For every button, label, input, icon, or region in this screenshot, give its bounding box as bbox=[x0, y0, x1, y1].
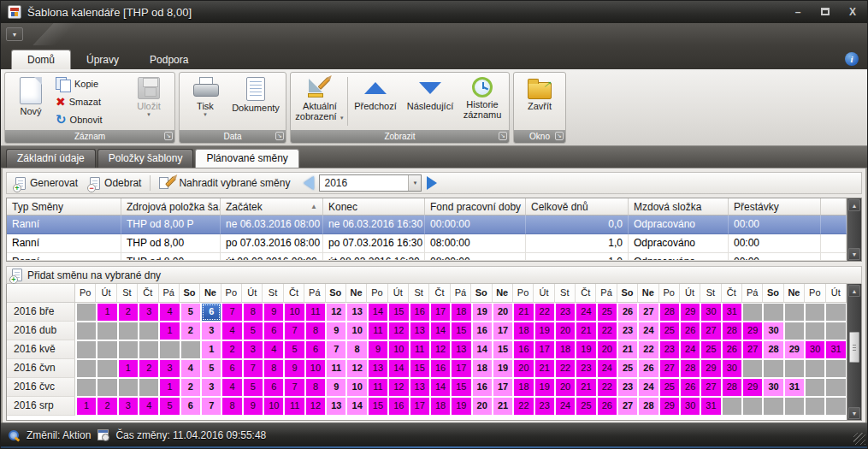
calendar-day-cell[interactable]: 15 bbox=[452, 379, 470, 396]
calendar-day-cell[interactable]: 25 bbox=[598, 304, 617, 321]
calendar-day-cell[interactable]: 29 bbox=[743, 379, 762, 396]
documents-button[interactable]: Dokumenty bbox=[228, 74, 283, 128]
print-button[interactable]: Tisk ▼ bbox=[182, 74, 228, 128]
calendar-day-cell[interactable]: 17 bbox=[452, 360, 470, 377]
remove-button[interactable]: − Odebrat bbox=[86, 175, 145, 192]
close-window-button[interactable]: → Zavřít bbox=[517, 74, 563, 128]
calendar-day-cell[interactable]: 20 bbox=[493, 304, 512, 321]
grid-column-header[interactable]: Konec bbox=[323, 198, 425, 216]
calendar-day-cell[interactable]: 25 bbox=[660, 322, 679, 340]
calendar-day-cell[interactable]: 20 bbox=[556, 379, 575, 396]
calendar-day-cell[interactable]: 12 bbox=[431, 341, 450, 358]
calendar-day-cell[interactable]: 27 bbox=[639, 304, 658, 321]
new-button[interactable]: Nový bbox=[8, 74, 54, 128]
calendar-day-cell[interactable]: 10 bbox=[285, 304, 304, 321]
calendar-day-cell[interactable]: 31 bbox=[701, 398, 720, 415]
calendar-day-cell[interactable]: 18 bbox=[452, 304, 470, 321]
calendar-day-cell[interactable]: 17 bbox=[535, 341, 554, 358]
dialog-launcher-icon[interactable]: ↘ bbox=[275, 132, 284, 140]
weekday-header-cell[interactable]: Út bbox=[242, 284, 263, 303]
calendar-day-cell[interactable]: 5 bbox=[202, 360, 221, 377]
calendar-day-cell[interactable]: 19 bbox=[473, 304, 492, 321]
calendar-day-cell[interactable]: 14 bbox=[431, 322, 450, 340]
calendar-day-cell[interactable]: 6 bbox=[306, 341, 325, 358]
calendar-day-cell[interactable]: 4 bbox=[139, 398, 158, 415]
scroll-down-icon[interactable]: ▼ bbox=[848, 248, 860, 260]
next-year-button[interactable] bbox=[427, 176, 437, 190]
weekday-header-cell[interactable]: Pá bbox=[159, 284, 180, 303]
delete-button[interactable]: ✖ Smazat bbox=[54, 93, 126, 110]
calendar-day-cell[interactable]: 6 bbox=[264, 379, 283, 396]
calendar-day-cell[interactable]: 18 bbox=[473, 360, 492, 377]
calendar-day-cell[interactable]: 24 bbox=[639, 379, 658, 396]
calendar-day-cell[interactable]: 12 bbox=[327, 304, 345, 321]
grid-column-header[interactable]: Fond pracovní doby bbox=[425, 198, 526, 216]
calendar-day-cell[interactable]: 16 bbox=[431, 360, 450, 377]
calendar-day-cell[interactable]: 1 bbox=[160, 379, 179, 396]
calendar-day-cell[interactable]: 3 bbox=[244, 341, 263, 358]
calendar-day-cell[interactable]: 15 bbox=[410, 360, 429, 377]
calendar-day-cell[interactable]: 18 bbox=[431, 398, 450, 415]
calendar-day-cell[interactable]: 29 bbox=[660, 398, 679, 415]
calendar-day-cell[interactable]: 1 bbox=[77, 398, 96, 415]
calendar-day-cell[interactable]: 7 bbox=[244, 360, 263, 377]
calendar-day-cell[interactable]: 9 bbox=[327, 322, 345, 340]
calendar-day-cell[interactable]: 9 bbox=[264, 304, 283, 321]
calendar-day-cell[interactable]: 12 bbox=[389, 379, 408, 396]
grid-vertical-scrollbar[interactable]: ▲ ▼ bbox=[847, 198, 861, 261]
calendar-day-cell[interactable]: 15 bbox=[389, 304, 408, 321]
calendar-day-cell[interactable]: 1 bbox=[202, 341, 221, 358]
weekday-header-cell[interactable]: So bbox=[471, 284, 492, 303]
weekday-header-cell[interactable]: Pá bbox=[596, 284, 617, 303]
grid-column-header[interactable]: Mzdová složka bbox=[629, 198, 729, 216]
calendar-day-cell[interactable]: 4 bbox=[222, 322, 241, 340]
calendar-day-cell[interactable]: 1 bbox=[119, 360, 138, 377]
weekday-header-cell[interactable]: St bbox=[263, 284, 283, 303]
calendar-day-cell[interactable]: 21 bbox=[514, 304, 533, 321]
resize-grip[interactable] bbox=[853, 433, 865, 445]
calendar-day-cell[interactable]: 20 bbox=[473, 398, 492, 415]
calendar-day-cell[interactable]: 24 bbox=[598, 360, 617, 377]
refresh-button[interactable]: ↻ Obnovit bbox=[54, 111, 126, 128]
record-history-button[interactable]: Historie záznamu bbox=[458, 74, 506, 128]
calendar-day-cell[interactable]: 8 bbox=[222, 398, 241, 415]
calendar-day-cell[interactable]: 14 bbox=[347, 398, 366, 415]
calendar-day-cell[interactable]: 8 bbox=[306, 322, 325, 340]
weekday-header-cell[interactable]: Út bbox=[680, 284, 700, 303]
calendar-day-cell[interactable]: 22 bbox=[598, 322, 617, 340]
grid-column-header[interactable]: Přestávky bbox=[729, 198, 821, 216]
calendar-day-cell[interactable]: 1 bbox=[160, 322, 179, 340]
calendar-day-cell[interactable]: 27 bbox=[701, 379, 720, 396]
calendar-day-cell[interactable]: 2 bbox=[181, 379, 200, 396]
calendar-day-cell[interactable]: 2 bbox=[139, 360, 158, 377]
calendar-day-cell[interactable]: 3 bbox=[139, 304, 158, 321]
calendar-day-cell[interactable]: 28 bbox=[764, 341, 782, 358]
maximize-button[interactable] bbox=[818, 6, 833, 18]
calendar-day-cell[interactable]: 6 bbox=[264, 322, 283, 340]
weekday-header-cell[interactable]: So bbox=[763, 284, 783, 303]
calendar-day-cell[interactable]: 4 bbox=[264, 341, 283, 358]
calendar-day-cell[interactable]: 28 bbox=[660, 304, 679, 321]
calendar-day-cell[interactable]: 17 bbox=[493, 379, 512, 396]
weekday-header-cell[interactable]: Po bbox=[805, 284, 825, 303]
shift-table-row[interactable]: RanníTHP od 8,00 Pne 06.03.2016 08:00ne … bbox=[7, 216, 847, 234]
calendar-day-cell[interactable]: 29 bbox=[681, 304, 700, 321]
calendar-day-cell[interactable]: 11 bbox=[285, 398, 304, 415]
tab-zakladni-udaje[interactable]: Základní údaje bbox=[6, 149, 96, 168]
calendar-day-cell[interactable]: 13 bbox=[410, 322, 429, 340]
grid-column-header[interactable]: Celkově dnů bbox=[526, 198, 629, 216]
calendar-day-cell[interactable]: 30 bbox=[764, 322, 782, 340]
previous-button[interactable]: Předchozí bbox=[349, 74, 402, 128]
calendar-day-cell[interactable]: 11 bbox=[369, 322, 387, 340]
weekday-header-cell[interactable]: Čt bbox=[722, 284, 742, 303]
calendar-day-cell[interactable]: 29 bbox=[743, 322, 762, 340]
calendar-day-cell[interactable]: 22 bbox=[535, 304, 554, 321]
calendar-day-cell[interactable]: 21 bbox=[576, 322, 595, 340]
scroll-up-icon[interactable]: ▲ bbox=[848, 285, 860, 297]
previous-year-button[interactable] bbox=[304, 176, 314, 190]
calendar-day-cell[interactable]: 2 bbox=[97, 398, 116, 415]
calendar-day-cell[interactable]: 20 bbox=[598, 341, 617, 358]
calendar-day-cell[interactable]: 12 bbox=[347, 360, 366, 377]
calendar-day-cell[interactable]: 7 bbox=[285, 379, 304, 396]
weekday-header-cell[interactable]: Čt bbox=[138, 284, 158, 303]
